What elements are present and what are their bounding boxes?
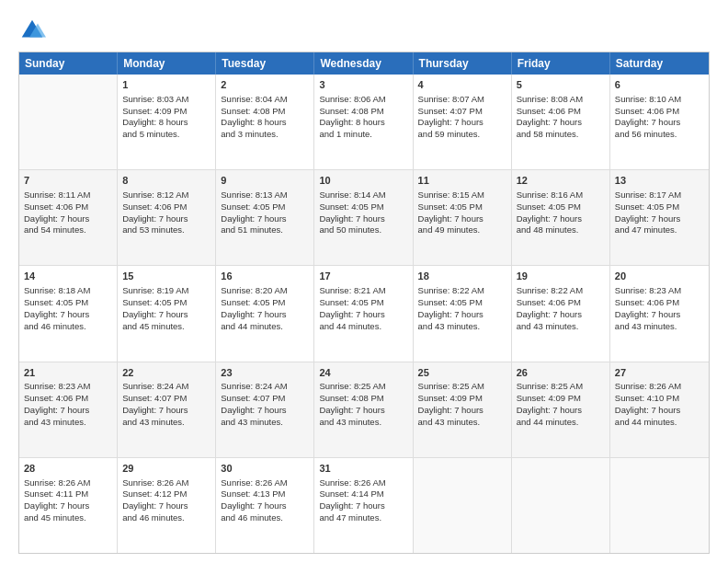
day-cell-8: 8Sunrise: 8:12 AM Sunset: 4:06 PM Daylig…	[118, 170, 216, 265]
day-info: Sunrise: 8:26 AM Sunset: 4:13 PM Dayligh…	[221, 477, 309, 524]
day-number: 21	[24, 366, 112, 380]
day-number: 15	[122, 270, 210, 283]
header-day-wednesday: Wednesday	[314, 52, 413, 75]
day-cell-2: 2Sunrise: 8:04 AM Sunset: 4:08 PM Daylig…	[216, 75, 314, 169]
calendar-row-4: 28Sunrise: 8:26 AM Sunset: 4:11 PM Dayli…	[19, 457, 709, 553]
day-info: Sunrise: 8:24 AM Sunset: 4:07 PM Dayligh…	[122, 381, 210, 428]
day-info: Sunrise: 8:14 AM Sunset: 4:05 PM Dayligh…	[319, 190, 407, 236]
day-cell-30: 30Sunrise: 8:26 AM Sunset: 4:13 PM Dayli…	[216, 458, 314, 553]
day-number: 18	[418, 270, 506, 283]
day-info: Sunrise: 8:16 AM Sunset: 4:05 PM Dayligh…	[517, 190, 605, 236]
day-number: 1	[122, 78, 210, 92]
calendar: SundayMondayTuesdayWednesdayThursdayFrid…	[18, 52, 710, 554]
calendar-row-2: 14Sunrise: 8:18 AM Sunset: 4:05 PM Dayli…	[19, 265, 709, 361]
day-number: 3	[319, 78, 407, 92]
day-cell-28: 28Sunrise: 8:26 AM Sunset: 4:11 PM Dayli…	[19, 458, 118, 553]
empty-cell-4-5	[512, 458, 610, 553]
day-info: Sunrise: 8:26 AM Sunset: 4:10 PM Dayligh…	[615, 381, 704, 428]
empty-cell-4-6	[610, 458, 709, 553]
day-cell-3: 3Sunrise: 8:06 AM Sunset: 4:08 PM Daylig…	[314, 75, 413, 169]
day-info: Sunrise: 8:04 AM Sunset: 4:08 PM Dayligh…	[221, 94, 309, 141]
day-cell-4: 4Sunrise: 8:07 AM Sunset: 4:07 PM Daylig…	[414, 75, 512, 169]
day-info: Sunrise: 8:21 AM Sunset: 4:05 PM Dayligh…	[319, 285, 407, 332]
day-cell-29: 29Sunrise: 8:26 AM Sunset: 4:12 PM Dayli…	[118, 458, 216, 553]
day-number: 22	[122, 366, 210, 380]
day-info: Sunrise: 8:25 AM Sunset: 4:09 PM Dayligh…	[517, 381, 605, 428]
day-number: 12	[517, 174, 605, 188]
day-info: Sunrise: 8:13 AM Sunset: 4:05 PM Dayligh…	[221, 190, 309, 236]
day-number: 26	[517, 366, 605, 380]
day-cell-19: 19Sunrise: 8:22 AM Sunset: 4:06 PM Dayli…	[512, 266, 610, 361]
day-cell-14: 14Sunrise: 8:18 AM Sunset: 4:05 PM Dayli…	[19, 266, 118, 361]
day-cell-12: 12Sunrise: 8:16 AM Sunset: 4:05 PM Dayli…	[512, 170, 610, 265]
header-day-sunday: Sunday	[19, 52, 118, 75]
header	[18, 17, 710, 44]
header-day-friday: Friday	[512, 52, 610, 75]
day-number: 28	[24, 462, 112, 476]
day-number: 10	[319, 174, 407, 188]
day-number: 19	[517, 270, 605, 283]
logo	[18, 17, 50, 44]
day-info: Sunrise: 8:10 AM Sunset: 4:06 PM Dayligh…	[615, 94, 704, 141]
calendar-row-0: 1Sunrise: 8:03 AM Sunset: 4:09 PM Daylig…	[19, 75, 709, 169]
day-number: 25	[418, 366, 506, 380]
day-cell-31: 31Sunrise: 8:26 AM Sunset: 4:14 PM Dayli…	[314, 458, 413, 553]
day-info: Sunrise: 8:25 AM Sunset: 4:09 PM Dayligh…	[418, 381, 506, 428]
page: SundayMondayTuesdayWednesdayThursdayFrid…	[0, 0, 728, 563]
day-cell-16: 16Sunrise: 8:20 AM Sunset: 4:05 PM Dayli…	[216, 266, 314, 361]
day-number: 17	[319, 270, 407, 283]
day-cell-20: 20Sunrise: 8:23 AM Sunset: 4:06 PM Dayli…	[610, 266, 709, 361]
day-info: Sunrise: 8:18 AM Sunset: 4:05 PM Dayligh…	[24, 285, 112, 332]
calendar-row-3: 21Sunrise: 8:23 AM Sunset: 4:06 PM Dayli…	[19, 362, 709, 457]
calendar-body: 1Sunrise: 8:03 AM Sunset: 4:09 PM Daylig…	[19, 75, 709, 553]
calendar-row-1: 7Sunrise: 8:11 AM Sunset: 4:06 PM Daylig…	[19, 169, 709, 265]
day-cell-15: 15Sunrise: 8:19 AM Sunset: 4:05 PM Dayli…	[118, 266, 216, 361]
day-info: Sunrise: 8:24 AM Sunset: 4:07 PM Dayligh…	[221, 381, 309, 428]
day-number: 8	[122, 174, 210, 188]
day-number: 9	[221, 174, 309, 188]
day-cell-10: 10Sunrise: 8:14 AM Sunset: 4:05 PM Dayli…	[314, 170, 413, 265]
day-cell-6: 6Sunrise: 8:10 AM Sunset: 4:06 PM Daylig…	[610, 75, 709, 169]
day-info: Sunrise: 8:06 AM Sunset: 4:08 PM Dayligh…	[319, 94, 407, 141]
day-cell-25: 25Sunrise: 8:25 AM Sunset: 4:09 PM Dayli…	[414, 362, 512, 457]
header-day-tuesday: Tuesday	[216, 52, 314, 75]
day-cell-23: 23Sunrise: 8:24 AM Sunset: 4:07 PM Dayli…	[216, 362, 314, 457]
day-info: Sunrise: 8:19 AM Sunset: 4:05 PM Dayligh…	[122, 285, 210, 332]
day-info: Sunrise: 8:26 AM Sunset: 4:12 PM Dayligh…	[122, 477, 210, 524]
day-cell-22: 22Sunrise: 8:24 AM Sunset: 4:07 PM Dayli…	[118, 362, 216, 457]
day-info: Sunrise: 8:26 AM Sunset: 4:11 PM Dayligh…	[24, 477, 112, 524]
day-number: 14	[24, 270, 112, 283]
day-number: 27	[615, 366, 704, 380]
day-cell-9: 9Sunrise: 8:13 AM Sunset: 4:05 PM Daylig…	[216, 170, 314, 265]
header-day-monday: Monday	[118, 52, 216, 75]
day-info: Sunrise: 8:03 AM Sunset: 4:09 PM Dayligh…	[122, 94, 210, 141]
calendar-header: SundayMondayTuesdayWednesdayThursdayFrid…	[19, 52, 709, 75]
day-cell-17: 17Sunrise: 8:21 AM Sunset: 4:05 PM Dayli…	[314, 266, 413, 361]
day-number: 2	[221, 78, 309, 92]
day-info: Sunrise: 8:15 AM Sunset: 4:05 PM Dayligh…	[418, 190, 506, 236]
day-number: 24	[319, 366, 407, 380]
day-cell-21: 21Sunrise: 8:23 AM Sunset: 4:06 PM Dayli…	[19, 362, 118, 457]
empty-cell-4-4	[414, 458, 512, 553]
day-cell-11: 11Sunrise: 8:15 AM Sunset: 4:05 PM Dayli…	[414, 170, 512, 265]
header-day-thursday: Thursday	[414, 52, 512, 75]
day-info: Sunrise: 8:22 AM Sunset: 4:06 PM Dayligh…	[517, 285, 605, 332]
day-cell-13: 13Sunrise: 8:17 AM Sunset: 4:05 PM Dayli…	[610, 170, 709, 265]
day-info: Sunrise: 8:25 AM Sunset: 4:08 PM Dayligh…	[319, 381, 407, 428]
day-number: 20	[615, 270, 704, 283]
day-info: Sunrise: 8:22 AM Sunset: 4:05 PM Dayligh…	[418, 285, 506, 332]
day-number: 23	[221, 366, 309, 380]
day-cell-27: 27Sunrise: 8:26 AM Sunset: 4:10 PM Dayli…	[610, 362, 709, 457]
day-info: Sunrise: 8:26 AM Sunset: 4:14 PM Dayligh…	[319, 477, 407, 524]
day-number: 13	[615, 174, 704, 188]
header-day-saturday: Saturday	[610, 52, 709, 75]
day-number: 11	[418, 174, 506, 188]
day-info: Sunrise: 8:08 AM Sunset: 4:06 PM Dayligh…	[517, 94, 605, 141]
day-number: 16	[221, 270, 309, 283]
day-info: Sunrise: 8:20 AM Sunset: 4:05 PM Dayligh…	[221, 285, 309, 332]
day-info: Sunrise: 8:23 AM Sunset: 4:06 PM Dayligh…	[24, 381, 112, 428]
day-number: 7	[24, 174, 112, 188]
day-info: Sunrise: 8:17 AM Sunset: 4:05 PM Dayligh…	[615, 190, 704, 236]
day-number: 6	[615, 78, 704, 92]
day-number: 30	[221, 462, 309, 476]
